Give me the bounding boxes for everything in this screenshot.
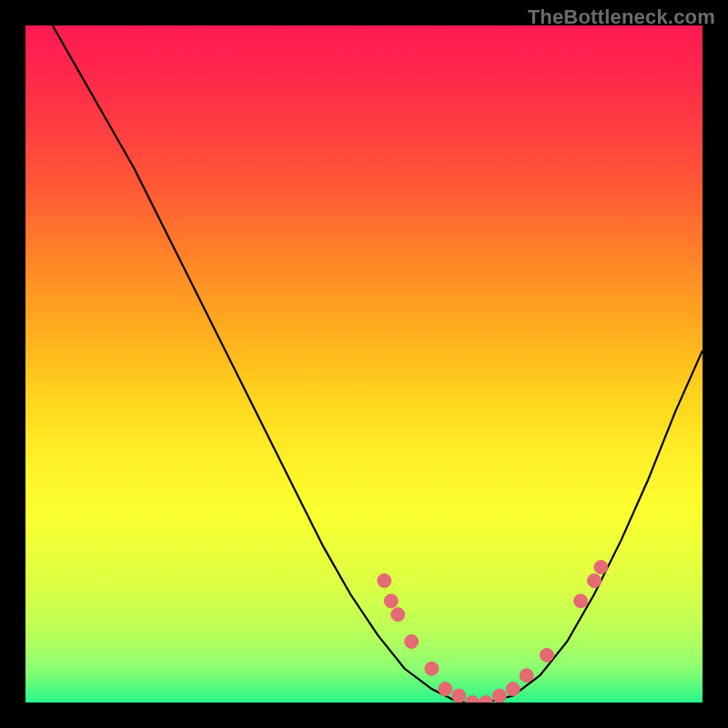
marker-dot bbox=[425, 662, 439, 675]
marker-dot bbox=[452, 689, 466, 703]
marker-dot bbox=[378, 574, 391, 588]
marker-dot bbox=[520, 669, 533, 682]
marker-dot bbox=[405, 635, 419, 649]
marker-dot bbox=[588, 574, 602, 588]
watermark-text: TheBottleneck.com bbox=[528, 5, 715, 29]
curve-svg bbox=[25, 25, 703, 703]
plot-area bbox=[25, 25, 703, 703]
marker-dot bbox=[594, 561, 608, 574]
marker-dot bbox=[540, 648, 553, 662]
marker-dot bbox=[466, 696, 480, 703]
marker-dot bbox=[479, 696, 492, 703]
marker-dot bbox=[574, 594, 588, 608]
chart-frame: TheBottleneck.com bbox=[0, 0, 728, 728]
marker-dot bbox=[384, 594, 398, 608]
bottleneck-curve bbox=[53, 25, 703, 703]
marker-dot bbox=[439, 682, 452, 696]
marker-dot bbox=[391, 608, 405, 622]
marker-dot bbox=[506, 682, 520, 696]
marker-dot bbox=[492, 689, 506, 703]
